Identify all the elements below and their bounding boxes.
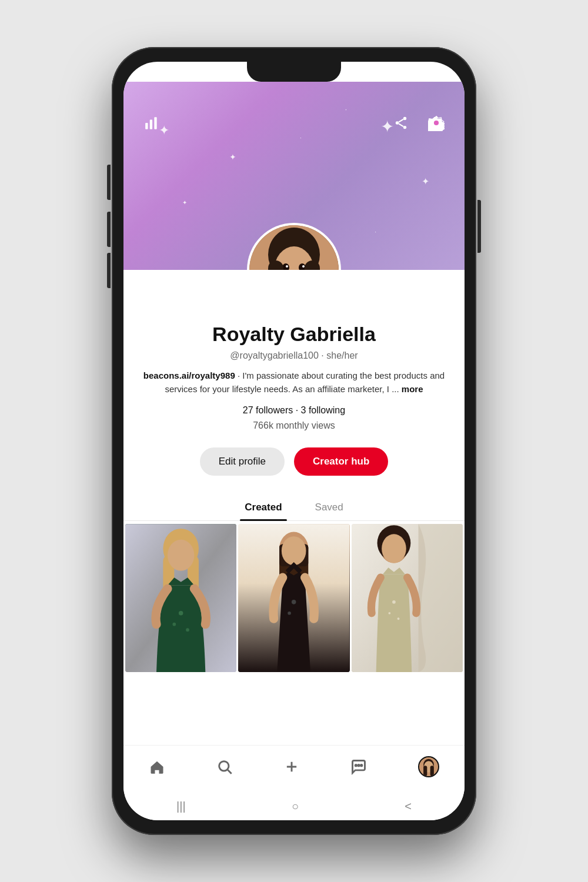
content-area: Royalty Gabriella @royaltygabriella100 ·… — [123, 270, 465, 745]
svg-point-45 — [392, 600, 396, 604]
svg-rect-41 — [418, 524, 463, 672]
phone-frame: ✦ ✦ ✦ ✦ ✦ · · · — [112, 47, 476, 835]
handle-pronouns-row: @royaltygabriella100 · she/her — [141, 350, 447, 361]
svg-point-17 — [302, 265, 305, 268]
svg-point-37 — [282, 536, 306, 565]
tab-created[interactable]: Created — [240, 495, 286, 520]
svg-point-54 — [361, 764, 362, 766]
svg-point-39 — [288, 612, 292, 615]
handle: @royaltygabriella100 — [230, 350, 319, 360]
svg-point-44 — [382, 534, 406, 563]
svg-rect-2 — [154, 117, 156, 129]
pin-grid — [123, 522, 465, 674]
nav-home[interactable] — [139, 754, 175, 780]
svg-point-31 — [172, 623, 176, 626]
svg-rect-58 — [423, 766, 427, 776]
nav-search[interactable] — [207, 754, 242, 780]
analytics-icon[interactable] — [140, 111, 163, 135]
profile-name: Royalty Gabriella — [141, 323, 447, 346]
nav-messages[interactable] — [341, 754, 376, 780]
svg-point-30 — [179, 611, 183, 616]
svg-rect-0 — [145, 123, 148, 129]
sparkle-icon: · — [300, 135, 302, 141]
svg-point-52 — [356, 764, 357, 766]
svg-line-7 — [399, 123, 403, 126]
svg-line-6 — [399, 119, 403, 122]
bio-link[interactable]: beacons.ai/royalty989 — [143, 370, 235, 380]
svg-rect-1 — [150, 120, 152, 129]
tab-saved[interactable]: Saved — [310, 495, 348, 520]
avatar-container — [247, 223, 341, 270]
svg-point-16 — [286, 265, 288, 268]
svg-point-32 — [186, 628, 189, 632]
svg-point-3 — [403, 117, 406, 120]
cover-background: ✦ ✦ ✦ ✦ ✦ · · · — [123, 82, 465, 270]
svg-point-53 — [358, 764, 359, 766]
settings-icon[interactable] — [425, 111, 448, 135]
bottom-nav — [123, 745, 465, 792]
creator-hub-button[interactable]: Creator hub — [294, 447, 388, 476]
avatar-ring — [247, 223, 341, 270]
phone-screen: ✦ ✦ ✦ ✦ ✦ · · · — [123, 62, 465, 820]
svg-point-4 — [396, 121, 399, 124]
pronouns: she/her — [326, 350, 358, 360]
pin-item[interactable] — [352, 524, 463, 672]
pin-item[interactable] — [125, 524, 236, 672]
bio-text: beacons.ai/royalty989 · I'm passionate a… — [141, 369, 447, 396]
followers-count[interactable]: 27 followers — [243, 405, 293, 415]
svg-point-47 — [397, 617, 399, 620]
android-back[interactable]: < — [393, 795, 423, 818]
svg-line-49 — [228, 770, 231, 773]
svg-point-38 — [292, 600, 296, 604]
sparkle-icon: ✦ — [229, 152, 236, 162]
android-recents[interactable]: ||| — [165, 795, 198, 818]
svg-point-48 — [219, 761, 228, 770]
following-count[interactable]: 3 following — [301, 405, 346, 415]
svg-point-29 — [168, 540, 194, 571]
svg-point-5 — [403, 126, 406, 129]
nav-create[interactable] — [274, 754, 309, 780]
svg-rect-59 — [430, 766, 433, 776]
cover-icons — [123, 111, 465, 135]
avatar[interactable] — [249, 225, 339, 270]
edit-profile-button[interactable]: Edit profile — [200, 447, 285, 476]
sparkle-icon: ✦ — [422, 176, 429, 187]
share-icon[interactable] — [389, 111, 413, 135]
pin-item[interactable] — [238, 524, 349, 672]
separator: · — [321, 350, 326, 360]
android-home[interactable]: ○ — [280, 795, 310, 818]
android-nav: ||| ○ < — [123, 792, 465, 820]
action-buttons: Edit profile Creator hub — [141, 447, 447, 476]
nav-profile[interactable] — [409, 751, 449, 782]
stats-separator: · — [296, 405, 301, 415]
sparkle-icon: ✦ — [182, 199, 187, 206]
sparkle-icon: · — [375, 229, 376, 235]
bio-more-button[interactable]: more — [402, 384, 423, 394]
svg-point-46 — [388, 612, 390, 614]
nav-avatar — [418, 756, 439, 777]
svg-point-10 — [434, 121, 439, 125]
monthly-views: 766k monthly views — [141, 420, 447, 431]
phone-notch — [247, 62, 341, 82]
follow-stats: 27 followers · 3 following — [141, 405, 447, 416]
profile-info: Royalty Gabriella @royaltygabriella100 ·… — [123, 323, 465, 476]
tabs-bar: Created Saved — [123, 495, 465, 521]
